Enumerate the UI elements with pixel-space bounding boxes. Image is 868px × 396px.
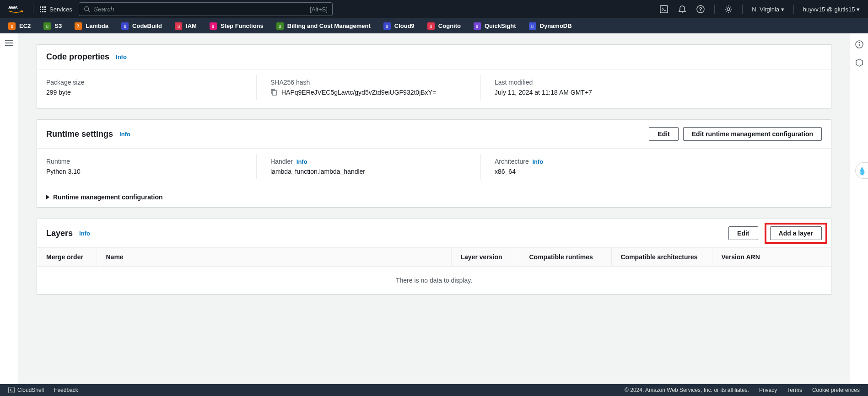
grid-icon (40, 6, 46, 12)
service-shortcuts-bar: ▯EC2 ▯S3 λLambda ▯CodeBuild ▯IAM ▯Step F… (0, 18, 868, 33)
nav-stepfunctions[interactable]: ▯Step Functions (210, 22, 264, 30)
feedback-link[interactable]: Feedback (54, 387, 78, 393)
svg-marker-12 (856, 59, 863, 66)
cloudshell-icon (8, 387, 15, 393)
nav-dynamodb[interactable]: ▯DynamoDB (529, 22, 572, 30)
expand-sidebar-button[interactable] (5, 40, 13, 46)
security-hub-icon[interactable] (855, 58, 864, 67)
col-runtimes[interactable]: Compatible runtimes (520, 248, 611, 267)
code-properties-info-link[interactable]: Info (116, 54, 127, 60)
services-label: Services (49, 6, 72, 13)
global-footer: CloudShell Feedback © 2024, Amazon Web S… (0, 384, 868, 396)
copy-icon[interactable] (270, 89, 278, 96)
sha-label: SHA256 hash (270, 79, 467, 86)
runtime-settings-info-link[interactable]: Info (119, 131, 130, 138)
assist-floating-button[interactable]: 💧 (855, 162, 868, 179)
nav-lambda[interactable]: λLambda (75, 22, 108, 30)
runtime-mgmt-label: Runtime management configuration (53, 193, 163, 201)
code-properties-title: Code properties (46, 52, 109, 62)
col-merge-order[interactable]: Merge order (37, 248, 97, 267)
global-header: aws Services Search [Alt+S] ? N. Virgini… (0, 0, 868, 18)
nav-quicksight[interactable]: ▯QuickSight (474, 22, 516, 30)
svg-rect-13 (272, 91, 276, 95)
runtime-label: Runtime (46, 158, 243, 165)
caret-right-icon (46, 195, 49, 199)
info-panel-icon[interactable] (855, 40, 864, 49)
col-archs[interactable]: Compatible architectures (611, 248, 712, 267)
handler-info-link[interactable]: Info (297, 158, 307, 165)
add-layer-highlight: Add a layer (765, 223, 827, 244)
help-icon[interactable]: ? (696, 5, 705, 14)
modified-value: July 11, 2024 at 11:18 AM GMT+7 (495, 89, 808, 96)
aws-logo[interactable]: aws (8, 5, 24, 14)
code-properties-panel: Code properties Info Package size 299 by… (37, 44, 831, 108)
svg-point-1 (85, 7, 89, 11)
col-version[interactable]: Layer version (451, 248, 520, 267)
copyright-text: © 2024, Amazon Web Services, Inc. or its… (625, 387, 749, 393)
arch-value: x86_64 (495, 168, 808, 175)
services-menu[interactable]: Services (40, 6, 72, 13)
col-name[interactable]: Name (97, 248, 451, 267)
notifications-icon[interactable] (678, 5, 687, 14)
add-layer-button[interactable]: Add a layer (770, 226, 822, 240)
sha-value: HAPq9EReJVEC5gLavtc/gyd5vZtd9eiUGF932t0j… (281, 89, 436, 96)
handler-value: lambda_function.lambda_handler (270, 168, 467, 175)
account-menu[interactable]: huyvv15 @ glutis15 ▾ (803, 6, 860, 13)
svg-point-5 (682, 12, 683, 13)
edit-runtime-mgmt-button[interactable]: Edit runtime management configuration (683, 127, 822, 141)
handler-label: Handler Info (270, 158, 467, 165)
nav-cognito[interactable]: ▯Cognito (427, 22, 461, 30)
layers-panel: Layers Info Edit Add a layer Merge order… (37, 219, 831, 294)
search-placeholder: Search (94, 5, 114, 13)
nav-iam[interactable]: ▯IAM (175, 22, 197, 30)
cloudshell-footer-link[interactable]: CloudShell (8, 387, 44, 393)
package-size-label: Package size (46, 79, 243, 86)
svg-rect-3 (660, 5, 668, 13)
arch-label: Architecture Info (495, 158, 808, 165)
svg-line-2 (88, 11, 90, 12)
cloudshell-header-icon[interactable] (659, 5, 669, 14)
svg-text:?: ? (699, 6, 702, 12)
main-content: Code properties Info Package size 299 by… (18, 33, 850, 384)
layers-empty-message: There is no data to display. (37, 267, 831, 294)
nav-cloud9[interactable]: ▯Cloud9 (383, 22, 415, 30)
search-icon (84, 6, 90, 12)
layers-info-link[interactable]: Info (79, 230, 90, 237)
nav-s3[interactable]: ▯S3 (43, 22, 62, 30)
nav-billing[interactable]: ▯Billing and Cost Management (276, 22, 371, 30)
privacy-link[interactable]: Privacy (759, 387, 777, 393)
arch-info-link[interactable]: Info (532, 158, 543, 165)
right-help-rail (850, 33, 868, 384)
edit-layers-button[interactable]: Edit (728, 226, 758, 240)
package-size-value: 299 byte (46, 89, 243, 96)
runtime-settings-title: Runtime settings (46, 129, 113, 139)
nav-codebuild[interactable]: ▯CodeBuild (121, 22, 162, 30)
cookie-prefs-link[interactable]: Cookie preferences (812, 387, 860, 393)
edit-runtime-button[interactable]: Edit (649, 127, 678, 141)
layers-title: Layers (46, 229, 73, 238)
col-arn[interactable]: Version ARN (712, 248, 831, 267)
runtime-mgmt-expander[interactable]: Runtime management configuration (37, 187, 831, 207)
svg-rect-14 (9, 387, 14, 393)
terms-link[interactable]: Terms (787, 387, 802, 393)
svg-point-8 (727, 8, 730, 11)
layers-table: Merge order Name Layer version Compatibl… (37, 247, 831, 294)
left-sidebar-collapsed (0, 33, 18, 384)
runtime-settings-panel: Runtime settings Info Edit Edit runtime … (37, 119, 831, 208)
nav-ec2[interactable]: ▯EC2 (8, 22, 31, 30)
modified-label: Last modified (495, 79, 808, 86)
runtime-value: Python 3.10 (46, 168, 243, 175)
droplet-icon: 💧 (857, 166, 867, 175)
search-shortcut: [Alt+S] (310, 6, 328, 13)
settings-icon[interactable] (724, 5, 733, 14)
search-input[interactable]: Search [Alt+S] (79, 2, 333, 16)
svg-text:aws: aws (8, 5, 17, 10)
region-selector[interactable]: N. Virginia ▾ (752, 6, 784, 13)
svg-point-10 (859, 42, 860, 43)
